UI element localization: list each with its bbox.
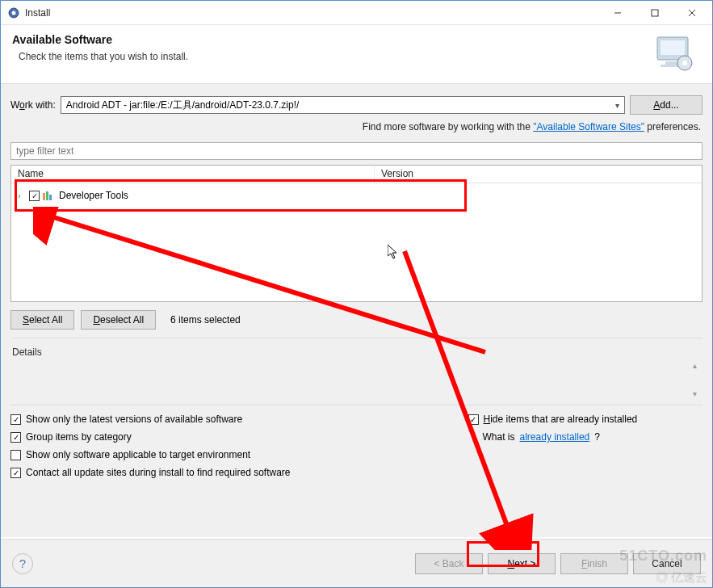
opt-latest-versions[interactable]: ✓ Show only the latest versions of avail… xyxy=(10,414,291,425)
next-button[interactable]: Next > xyxy=(488,553,556,574)
window-title: Install xyxy=(25,7,599,19)
wizard-header: Available Software Check the items that … xyxy=(1,25,712,83)
page-title: Available Software xyxy=(12,33,651,46)
software-tree[interactable]: Name Version › ✓ Developer Tools xyxy=(10,165,703,302)
svg-rect-3 xyxy=(652,10,658,16)
cancel-button[interactable]: Cancel xyxy=(633,553,701,574)
chevron-down-icon[interactable]: ▾ xyxy=(611,99,623,111)
details-area: ▴▾ xyxy=(10,361,703,398)
category-icon xyxy=(43,191,56,200)
available-sites-link[interactable]: "Available Software Sites" xyxy=(533,121,644,132)
selection-count: 6 items selected xyxy=(170,314,241,326)
close-button[interactable] xyxy=(673,2,711,24)
add-button[interactable]: Add... xyxy=(630,95,703,115)
checkbox-icon[interactable] xyxy=(10,450,21,460)
tree-item-checkbox[interactable]: ✓ xyxy=(29,191,40,201)
titlebar[interactable]: Install xyxy=(1,1,712,25)
checkbox-icon[interactable]: ✓ xyxy=(468,414,479,425)
opt-group-category[interactable]: ✓ Group items by category xyxy=(10,431,291,443)
filter-input[interactable] xyxy=(10,142,703,160)
options-area: ✓ Show only the latest versions of avail… xyxy=(10,405,703,478)
wizard-footer: ? < Back Next > Finish Cancel xyxy=(1,539,712,587)
svg-point-1 xyxy=(12,10,16,15)
expand-icon[interactable]: › xyxy=(18,191,26,200)
checkbox-icon[interactable]: ✓ xyxy=(10,432,21,443)
content-area: Work with: Android ADT - jar:file:/E:/工具… xyxy=(1,83,712,537)
page-subtitle: Check the items that you wish to install… xyxy=(19,51,651,62)
maximize-button[interactable] xyxy=(636,2,673,24)
details-scrollbar[interactable]: ▴▾ xyxy=(693,361,703,398)
checkbox-icon[interactable]: ✓ xyxy=(10,414,21,425)
details-label: Details xyxy=(12,338,703,358)
already-installed-row: What is already installed? xyxy=(483,431,638,443)
column-version[interactable]: Version xyxy=(375,166,420,183)
tree-header: Name Version xyxy=(11,166,702,183)
tree-item-developer-tools[interactable]: › ✓ Developer Tools xyxy=(15,188,698,203)
wizard-banner-icon xyxy=(651,33,696,74)
svg-rect-7 xyxy=(661,40,685,55)
minimize-button[interactable] xyxy=(599,2,636,24)
back-button[interactable]: < Back xyxy=(415,553,483,574)
finish-button[interactable]: Finish xyxy=(560,553,628,574)
opt-hide-installed[interactable]: ✓ Hide items that are already installed xyxy=(468,414,638,425)
find-more-text: Find more software by working with the "… xyxy=(10,121,701,132)
help-button[interactable]: ? xyxy=(12,553,33,574)
work-with-row: Work with: Android ADT - jar:file:/E:/工具… xyxy=(10,95,703,115)
work-with-label: Work with: xyxy=(10,99,56,111)
checkbox-icon[interactable]: ✓ xyxy=(10,468,21,478)
window-controls xyxy=(599,2,711,24)
opt-applicable-env[interactable]: Show only software applicable to target … xyxy=(10,449,291,460)
select-all-button[interactable]: Select All xyxy=(10,310,74,330)
install-dialog: Install Available Software Check the ite… xyxy=(0,0,713,588)
already-installed-link[interactable]: already installed xyxy=(520,431,590,443)
svg-point-11 xyxy=(682,61,687,65)
work-with-value: Android ADT - jar:file:/E:/工具/android/AD… xyxy=(66,99,300,112)
work-with-combo[interactable]: Android ADT - jar:file:/E:/工具/android/AD… xyxy=(61,96,625,114)
opt-contact-sites[interactable]: ✓ Contact all update sites during instal… xyxy=(10,467,291,478)
selection-row: Select All Deselect All 6 items selected xyxy=(10,310,703,330)
app-icon xyxy=(7,6,20,19)
tree-item-label: Developer Tools xyxy=(59,190,128,201)
column-name[interactable]: Name xyxy=(11,166,375,183)
deselect-all-button[interactable]: Deselect All xyxy=(81,310,156,330)
